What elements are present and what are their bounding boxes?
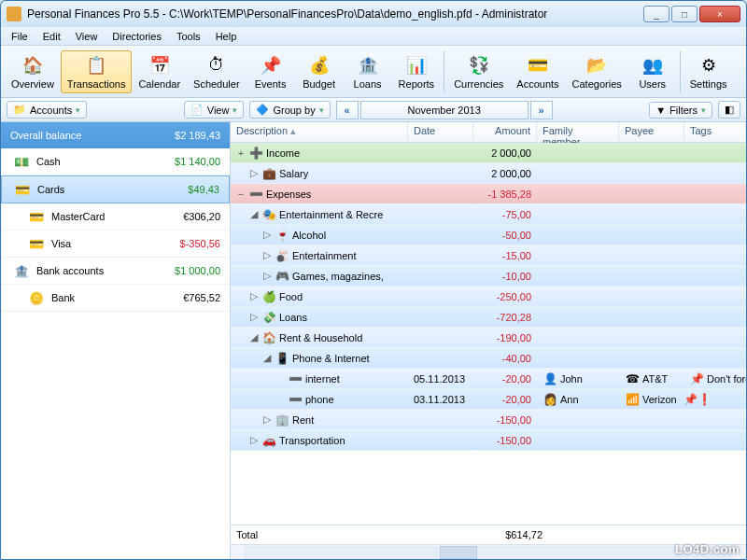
row-description: Salary [279,168,308,179]
toolbar-currencies[interactable]: 💱Currencies [447,50,510,93]
col-family[interactable]: Family member [537,122,619,142]
row-amount: 2 000,00 [473,168,537,179]
toolbar-accounts[interactable]: 💳Accounts [510,50,565,93]
date-range-button[interactable]: November 2013 [360,101,529,119]
menubar: FileEditViewDirectoriesToolsHelp [1,27,746,46]
grid-row[interactable]: ▷🎳Entertainment-15,00 [231,245,746,266]
toolbar-transactions[interactable]: 📋Transactions [61,50,133,93]
accounts-label: Accounts [30,105,72,116]
row-amount: -720,28 [473,312,537,323]
account-icon: 🏦 [12,263,31,278]
grid-row[interactable]: ➖internet05.11.2013-20,00👤John☎AT&T📌Don'… [231,369,746,389]
balance-value: $2 189,43 [175,130,220,141]
menu-tools[interactable]: Tools [170,29,207,44]
expand-icon[interactable]: ◢ [262,352,272,364]
accounts-sidebar: Overall balance $2 189,43 💵Cash$1 140,00… [1,122,231,559]
account-bank-accounts[interactable]: 🏦Bank accounts$1 000,00 [1,258,230,285]
expand-icon[interactable]: ▷ [249,167,259,179]
accounts-dropdown[interactable]: 📁 Accounts ▾ [7,101,87,119]
grid-row[interactable]: ▷🍷Alcohol-50,00 [231,225,746,245]
toolbar-overview[interactable]: 🏠Overview [5,50,61,93]
toolbar-events[interactable]: 📌Events [247,50,295,93]
menu-edit[interactable]: Edit [36,29,67,44]
grid-row[interactable]: ▷🏢Rent-150,00 [231,410,746,430]
expand-icon[interactable]: ▷ [249,434,259,446]
expand-icon[interactable]: ▷ [262,413,272,426]
expand-icon[interactable]: ◢ [249,208,259,220]
toolbar-calendar[interactable]: 📅Calendar [132,50,187,93]
account-cash[interactable]: 💵Cash$1 140,00 [1,148,230,175]
col-tags[interactable]: Tags [684,122,746,142]
category-icon: 🏢 [275,413,289,427]
toolbar-label: Settings [690,78,727,90]
prev-month-button[interactable]: « [336,101,359,119]
scrollbar-thumb[interactable] [440,546,477,559]
col-amount[interactable]: Amount [473,122,537,142]
toolbar-label: Reports [399,78,435,90]
expand-icon[interactable]: ▷ [262,270,272,282]
view-dropdown[interactable]: 📄 View ▾ [184,101,245,119]
grid-row[interactable]: ▷🚗Transportation-150,00 [231,430,746,451]
menu-file[interactable]: File [5,29,35,44]
row-amount: -10,00 [473,271,537,282]
row-tags: 📌Don't forget! [684,371,746,386]
category-icon: 🍷 [275,228,289,243]
account-name: Cards [37,184,64,195]
account-cards[interactable]: 💳Cards$49,43 [1,175,230,203]
row-description: phone [305,394,334,405]
groupby-dropdown[interactable]: 🔷 Group by ▾ [249,101,330,119]
toolbar-categories[interactable]: 📂Categories [566,50,628,93]
account-bank[interactable]: 🪙Bank€765,52 [1,285,230,312]
grid-row[interactable]: ▷💸Loans-720,28 [231,307,746,328]
menu-directories[interactable]: Directories [106,29,168,44]
account-mastercard[interactable]: 💳MasterCard€306,20 [1,203,230,231]
grid-row[interactable]: ➖phone03.11.2013-20,00👩Ann📶Verizon📌❗ [231,389,746,410]
grid-row[interactable]: −➖Expenses-1 385,28 [231,184,746,204]
expand-icon[interactable]: + [236,147,246,159]
close-button[interactable]: × [699,6,740,22]
expand-icon[interactable]: ◢ [249,331,259,343]
toolbar-users[interactable]: 👥Users [628,50,677,93]
row-description: Rent & Household [279,332,362,343]
account-name: Cash [36,156,61,167]
toolbar-reports[interactable]: 📊Reports [392,50,442,93]
expand-icon[interactable]: ▷ [262,229,272,241]
category-icon: 🚗 [261,433,276,448]
menu-view[interactable]: View [69,29,105,44]
grid-row[interactable]: +➕Income2 000,00 [231,143,746,163]
expand-icon[interactable]: ▷ [249,311,259,323]
col-date[interactable]: Date [408,122,473,142]
expand-icon[interactable]: ▷ [262,249,272,261]
category-icon: 💸 [261,310,276,325]
grid-row[interactable]: ▷💼Salary2 000,00 [231,163,746,184]
grid-row[interactable]: ▷🍏Food-250,00 [231,287,746,307]
layout-button[interactable]: ◧ [718,101,740,119]
next-month-button[interactable]: » [530,101,553,119]
row-family: 👩Ann [537,392,619,407]
grid-row[interactable]: ◢🏠Rent & Household-190,00 [231,328,746,348]
budget-icon: 💰 [308,54,331,77]
expand-icon[interactable]: ▷ [249,290,259,302]
account-visa[interactable]: 💳Visa$-350,56 [1,231,230,258]
maximize-button[interactable]: □ [671,6,698,22]
titlebar[interactable]: Personal Finances Pro 5.5 - C:\Work\TEMP… [1,1,746,27]
expand-icon[interactable]: − [236,189,246,200]
watermark: LO4D.com [675,542,740,556]
toolbar-loans[interactable]: 🏦Loans [344,50,392,93]
row-date: 03.11.2013 [408,394,473,405]
account-icon: 💳 [27,209,46,224]
col-payee[interactable]: Payee [619,122,684,142]
grid-row[interactable]: ◢📱Phone & Internet-40,00 [231,348,746,369]
minimize-button[interactable]: _ [643,6,669,22]
grid-row[interactable]: ▷🎮Games, magazines,-10,00 [231,266,746,287]
col-description[interactable]: Description ▴ [231,122,408,142]
row-description: Food [279,291,303,302]
toolbar-scheduler[interactable]: ⏱Scheduler [187,50,247,93]
grid-row[interactable]: ◢🎭Entertainment & Recre-75,00 [231,204,746,225]
category-icon: ➖ [248,187,263,202]
toolbar-settings[interactable]: ⚙Settings [684,50,734,93]
menu-help[interactable]: Help [209,29,244,44]
filters-dropdown[interactable]: ▼ Filters ▾ [649,102,712,119]
toolbar-budget[interactable]: 💰Budget [295,50,344,93]
horizontal-scrollbar[interactable] [231,544,746,559]
